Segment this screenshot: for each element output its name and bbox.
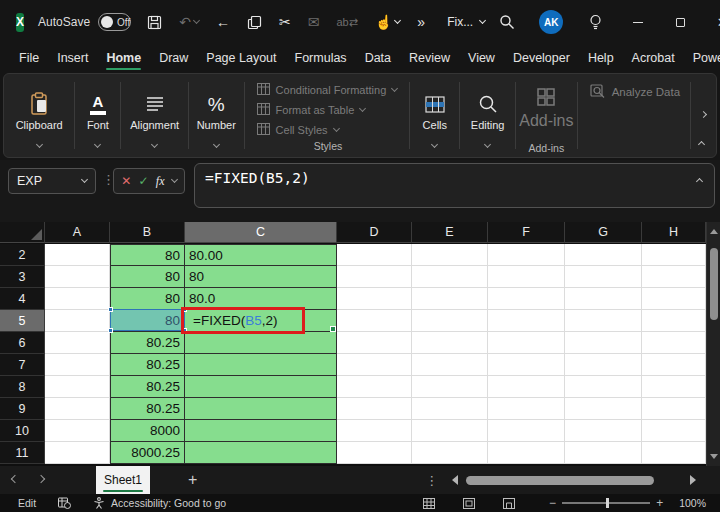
cell-C5[interactable]: =FIXED(B5,2) [185,310,337,332]
ribbon-collapse-icon[interactable] [699,133,704,151]
menu-tab-insert[interactable]: Insert [48,44,97,72]
cut-icon[interactable]: ✂ [279,14,291,30]
row-header-10[interactable]: 10 [0,420,45,442]
zoom-slider[interactable] [562,502,650,504]
search-icon[interactable] [485,14,529,30]
menu-tab-file[interactable]: File [10,44,48,72]
normal-view-icon[interactable] [423,498,435,509]
function-dropdown-icon[interactable] [171,176,178,183]
cell-F6[interactable] [488,332,565,354]
cell-A3[interactable] [45,266,110,288]
row-header-2[interactable]: 2 [0,244,45,266]
styles-item-conditional-formatting[interactable]: Conditional Formatting [257,80,400,100]
scroll-up-icon[interactable] [710,229,718,234]
confirm-formula-icon[interactable]: ✓ [139,174,149,188]
cell-B2[interactable]: 80 [110,244,185,266]
styles-item-dropdown-icon[interactable] [391,85,398,92]
cell-G3[interactable] [565,266,642,288]
scrollbar-resize-handle[interactable]: ⋮ [425,473,438,488]
cell-E6[interactable] [412,332,488,354]
alignment-dropdown-icon[interactable] [151,141,158,148]
font-dropdown-icon[interactable] [94,141,101,148]
cell-C7[interactable] [185,354,337,376]
cell-H5[interactable] [642,310,706,332]
cell-G11[interactable] [565,442,642,464]
row-header-9[interactable]: 9 [0,398,45,420]
zoom-in-button[interactable]: + [650,496,669,510]
column-header-H[interactable]: H [642,222,706,243]
cell-B11[interactable]: 8000.25 [110,442,185,464]
formula-input[interactable]: =FIXED(B5,2) [194,163,715,208]
ribbon-group-cells[interactable]: Cells [410,74,459,157]
accessibility-status[interactable]: Accessibility: Good to go [111,497,226,509]
cell-C8[interactable] [185,376,337,398]
zoom-out-button[interactable]: − [543,496,562,510]
cell-H4[interactable] [642,288,706,310]
cell-D4[interactable] [337,288,412,310]
scroll-left-icon[interactable] [452,475,458,485]
scroll-down-icon[interactable] [710,454,718,459]
cell-H6[interactable] [642,332,706,354]
ribbon-group-editing[interactable]: Editing [460,74,515,157]
save-icon[interactable] [147,15,162,30]
styles-item-format-as-table[interactable]: Format as Table [257,100,400,120]
cell-D6[interactable] [337,332,412,354]
clipboard-dropdown-icon[interactable] [36,141,43,148]
next-sheet-icon[interactable] [26,479,56,482]
page-layout-view-icon[interactable] [463,498,475,509]
cell-A6[interactable] [45,332,110,354]
cell-H3[interactable] [642,266,706,288]
cell-H10[interactable] [642,420,706,442]
analyze-data-button[interactable]: Analyze Data [578,74,690,157]
ribbon-group-clipboard[interactable]: Clipboard [4,74,74,157]
cell-G4[interactable] [565,288,642,310]
row-header-11[interactable]: 11 [0,442,45,464]
ribbon-group-alignment[interactable]: Alignment [121,74,188,157]
cell-E2[interactable] [412,244,488,266]
cell-H7[interactable] [642,354,706,376]
undo-dropdown-icon[interactable] [193,17,200,24]
column-header-D[interactable]: D [337,222,412,243]
ribbon-group-font[interactable]: A Font [75,74,120,157]
cell-G10[interactable] [565,420,642,442]
cell-E7[interactable] [412,354,488,376]
cell-G5[interactable] [565,310,642,332]
cell-C11[interactable] [185,442,337,464]
cell-G6[interactable] [565,332,642,354]
cell-C10[interactable] [185,420,337,442]
autosave-toggle[interactable]: Off [98,13,131,31]
horizontal-scrollbar[interactable] [452,475,696,485]
ribbon-group-number[interactable]: % Number [189,74,244,157]
cell-B9[interactable]: 80.25 [110,398,185,420]
menu-tab-review[interactable]: Review [400,44,459,72]
cell-F10[interactable] [488,420,565,442]
zoom-level[interactable]: 100% [679,497,706,509]
cell-D9[interactable] [337,398,412,420]
cell-E11[interactable] [412,442,488,464]
macro-record-icon[interactable] [58,497,71,509]
cell-D3[interactable] [337,266,412,288]
menu-tab-data[interactable]: Data [356,44,400,72]
cell-B8[interactable]: 80.25 [110,376,185,398]
select-all-corner[interactable] [0,222,45,243]
cell-H8[interactable] [642,376,706,398]
row-header-6[interactable]: 6 [0,332,45,354]
column-header-G[interactable]: G [565,222,642,243]
cell-D11[interactable] [337,442,412,464]
avatar[interactable]: AK [529,10,573,34]
menu-tab-home[interactable]: Home [97,44,150,72]
scroll-right-icon[interactable] [690,475,696,485]
zoom-slider-thumb[interactable] [606,498,609,508]
cell-E8[interactable] [412,376,488,398]
cell-B5[interactable]: 80 [110,310,185,332]
cell-B4[interactable]: 80 [110,288,185,310]
cell-D2[interactable] [337,244,412,266]
row-header-3[interactable]: 3 [0,266,45,288]
cell-G7[interactable] [565,354,642,376]
cell-G2[interactable] [565,244,642,266]
cell-A4[interactable] [45,288,110,310]
cell-E9[interactable] [412,398,488,420]
horizontal-scrollbar-thumb[interactable] [466,476,654,485]
column-header-B[interactable]: B [110,222,185,243]
page-break-view-icon[interactable] [503,498,515,509]
